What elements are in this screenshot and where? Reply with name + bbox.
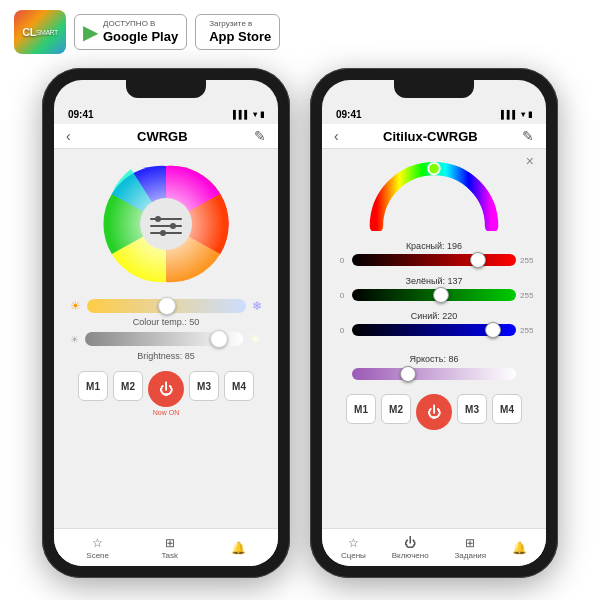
brightness-track-right[interactable] (352, 368, 516, 380)
cool-icon: ❄ (252, 299, 262, 313)
app-header-right: ‹ Citilux-CWRGB ✎ (322, 124, 546, 149)
power-button-right[interactable]: ⏻ (416, 394, 452, 430)
brightness-label-left: Brightness: 85 (70, 351, 262, 361)
red-slider-row: Красный: 196 0 255 (336, 241, 532, 266)
blue-max: 255 (520, 326, 532, 335)
svg-point-6 (155, 216, 161, 222)
nav-scene-label-right: Сцены (341, 551, 366, 560)
green-label: Зелёный: 137 (336, 276, 532, 286)
color-temp-label: Colour temp.: 50 (70, 317, 262, 327)
nav-power-right[interactable]: ⏻ Включено (392, 536, 429, 560)
close-button-right[interactable]: × (526, 153, 534, 169)
red-track-row: 0 255 (336, 254, 532, 266)
m4-button-left[interactable]: M4 (224, 371, 254, 401)
star-icon-right: ☆ (348, 536, 359, 550)
app-store-badge[interactable]: Загрузите в App Store (195, 14, 280, 50)
wifi-icon: ▾ (253, 110, 257, 119)
nav-alarm-right[interactable]: 🔔 (512, 541, 527, 555)
blue-track[interactable] (352, 324, 516, 336)
app-header-left: ‹ CWRGB ✎ (54, 124, 278, 149)
red-track[interactable] (352, 254, 516, 266)
alarm-icon-right: 🔔 (512, 541, 527, 555)
task-icon-right: ⊞ (465, 536, 475, 550)
phone-left-screen: 09:41 ▌▌▌ ▾ ▮ ‹ CWRGB ✎ (54, 80, 278, 566)
red-label: Красный: 196 (336, 241, 532, 251)
bright-icon: ☀ (249, 331, 262, 347)
green-min: 0 (336, 291, 348, 300)
battery-icon-right: ▮ (528, 110, 532, 119)
back-button-left[interactable]: ‹ (66, 128, 71, 144)
app-store-text: Загрузите в App Store (209, 19, 271, 44)
brightness-thumb-right[interactable] (400, 366, 416, 382)
signal-icon-right: ▌▌▌ (501, 110, 518, 119)
edit-button-left[interactable]: ✎ (254, 128, 266, 144)
color-temp-track[interactable] (87, 299, 246, 313)
m3-button-left[interactable]: M3 (189, 371, 219, 401)
blue-min: 0 (336, 326, 348, 335)
app-title-left: CWRGB (137, 129, 188, 144)
status-bar-right: 09:41 ▌▌▌ ▾ ▮ (322, 102, 546, 124)
signal-icon: ▌▌▌ (233, 110, 250, 119)
phone-right: 09:41 ▌▌▌ ▾ ▮ ‹ Citilux-CWRGB ✎ (310, 68, 558, 578)
alarm-icon-left: 🔔 (231, 541, 246, 555)
color-wheel[interactable] (101, 159, 231, 289)
google-play-badge[interactable]: ▶ ДОСТУПНО В Google Play (74, 14, 187, 50)
nav-power-label-right: Включено (392, 551, 429, 560)
nav-task-label-left: Task (162, 551, 178, 560)
m2-button-right[interactable]: M2 (381, 394, 411, 424)
color-arc-area: × (322, 149, 546, 237)
power-group-right: ⏻ (416, 394, 452, 430)
phone-left-content: 09:41 ▌▌▌ ▾ ▮ ‹ CWRGB ✎ (54, 102, 278, 566)
blue-thumb[interactable] (485, 322, 501, 338)
dim-icon: ☀ (70, 334, 79, 345)
brightness-row: ☀ ☀ (70, 331, 262, 347)
time-right: 09:41 (336, 109, 362, 120)
color-temp-thumb[interactable] (158, 297, 176, 315)
nav-scene-label-left: Scene (86, 551, 109, 560)
nav-task-label-right: Задания (455, 551, 487, 560)
power-label-left: Now ON (153, 409, 179, 416)
m3-button-right[interactable]: M3 (457, 394, 487, 424)
m1-button-right[interactable]: M1 (346, 394, 376, 424)
svg-point-8 (160, 230, 166, 236)
google-play-text: ДОСТУПНО В Google Play (103, 19, 178, 44)
red-thumb[interactable] (470, 252, 486, 268)
brightness-label-right: Яркость: 86 (410, 354, 459, 364)
brightness-thumb[interactable] (210, 330, 228, 348)
m1-button-left[interactable]: M1 (78, 371, 108, 401)
svg-point-7 (170, 223, 176, 229)
red-min: 0 (336, 256, 348, 265)
wifi-icon-right: ▾ (521, 110, 525, 119)
nav-alarm-left[interactable]: 🔔 (231, 541, 246, 555)
color-temp-row: ☀ ❄ (70, 299, 262, 313)
bottom-nav-left: ☆ Scene ⊞ Task 🔔 (54, 528, 278, 566)
task-icon-left: ⊞ (165, 536, 175, 550)
warm-icon: ☀ (70, 299, 81, 313)
brightness-track[interactable] (85, 332, 243, 346)
green-thumb[interactable] (433, 287, 449, 303)
mem-buttons-right: M1 M2 ⏻ M3 M4 (322, 388, 546, 436)
svg-point-9 (428, 163, 440, 175)
signal-icons-left: ▌▌▌ ▾ ▮ (233, 110, 264, 119)
power-group-left: ⏻ Now ON (148, 371, 184, 416)
app-title-right: Citilux-CWRGB (383, 129, 478, 144)
brightness-section-right: Яркость: 86 (322, 350, 546, 368)
power-button-left[interactable]: ⏻ (148, 371, 184, 407)
green-track-row: 0 255 (336, 289, 532, 301)
m4-button-right[interactable]: M4 (492, 394, 522, 424)
green-slider-row: Зелёный: 137 0 255 (336, 276, 532, 301)
m2-button-left[interactable]: M2 (113, 371, 143, 401)
status-bar-left: 09:41 ▌▌▌ ▾ ▮ (54, 102, 278, 124)
nav-scene-right[interactable]: ☆ Сцены (341, 536, 366, 560)
phones-container: 09:41 ▌▌▌ ▾ ▮ ‹ CWRGB ✎ (0, 68, 600, 578)
blue-label: Синий: 220 (336, 311, 532, 321)
nav-scene-left[interactable]: ☆ Scene (86, 536, 109, 560)
red-max: 255 (520, 256, 532, 265)
nav-task-right[interactable]: ⊞ Задания (455, 536, 487, 560)
green-track[interactable] (352, 289, 516, 301)
color-wheel-area[interactable] (54, 149, 278, 295)
nav-task-left[interactable]: ⊞ Task (162, 536, 178, 560)
power-nav-icon-right: ⏻ (404, 536, 416, 550)
back-button-right[interactable]: ‹ (334, 128, 339, 144)
edit-button-right[interactable]: ✎ (522, 128, 534, 144)
